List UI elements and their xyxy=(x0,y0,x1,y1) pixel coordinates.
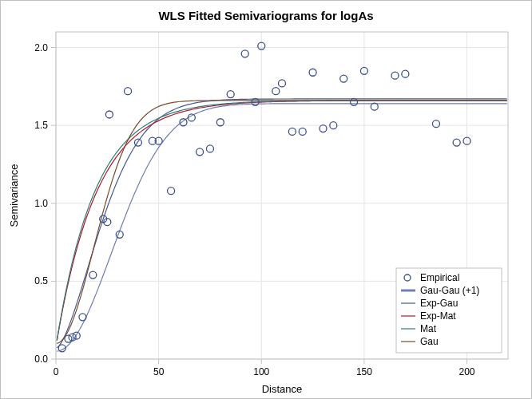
x-tick-label: 0 xyxy=(54,366,59,377)
empirical-point xyxy=(432,120,439,128)
x-tick-label: 50 xyxy=(153,366,165,377)
empirical-point xyxy=(73,332,80,339)
y-tick-label: 1.5 xyxy=(34,120,48,131)
legend-label: Mat xyxy=(420,323,437,334)
empirical-point xyxy=(241,50,248,57)
empirical-point xyxy=(216,119,224,126)
empirical-point xyxy=(272,88,280,95)
chart-title: WLS Fitted Semivariograms for logAs xyxy=(158,9,373,22)
legend-label: Exp-Gau xyxy=(420,298,458,309)
legend-label: Empirical xyxy=(420,272,459,283)
empirical-point xyxy=(206,145,213,152)
empirical-point xyxy=(89,271,97,279)
legend-label: Gau-Gau (+1) xyxy=(420,285,479,296)
x-tick-label: 100 xyxy=(253,366,269,377)
empirical-point xyxy=(309,69,316,76)
empirical-point xyxy=(279,80,286,87)
empirical-point xyxy=(197,148,204,156)
empirical-point xyxy=(453,139,460,146)
empirical-point xyxy=(351,98,358,105)
empirical-point xyxy=(134,139,141,146)
empirical-point xyxy=(65,335,72,342)
legend-label: Gau xyxy=(420,336,439,347)
y-axis-label: Semivariance xyxy=(8,164,20,227)
legend-label: Exp-Mat xyxy=(420,310,456,322)
empirical-point xyxy=(168,188,175,195)
empirical-point xyxy=(125,88,132,95)
empirical-point xyxy=(402,70,409,77)
empirical-point xyxy=(105,111,113,118)
empirical-point xyxy=(391,72,399,79)
x-tick-label: 150 xyxy=(356,366,372,377)
empirical-point xyxy=(371,103,378,110)
legend: EmpiricalGau-Gau (+1)Exp-GauExp-MatMatGa… xyxy=(396,268,502,353)
empirical-point xyxy=(299,128,306,135)
y-tick-label: 2.0 xyxy=(34,42,48,53)
chart-container: WLS Fitted Semivariograms for logAs 0501… xyxy=(0,0,532,399)
y-tick-label: 0.5 xyxy=(34,275,48,286)
y-tick-label: 0.0 xyxy=(34,354,48,365)
x-tick-label: 200 xyxy=(459,366,475,377)
semivariogram-chart: WLS Fitted Semivariograms for logAs 0501… xyxy=(0,0,532,399)
x-axis-label: Distance xyxy=(262,383,303,395)
empirical-point xyxy=(79,314,86,321)
empirical-point xyxy=(288,128,296,135)
empirical-point xyxy=(320,125,327,132)
empirical-point xyxy=(227,91,234,98)
y-tick-label: 1.0 xyxy=(34,198,48,209)
empirical-point xyxy=(340,75,347,82)
